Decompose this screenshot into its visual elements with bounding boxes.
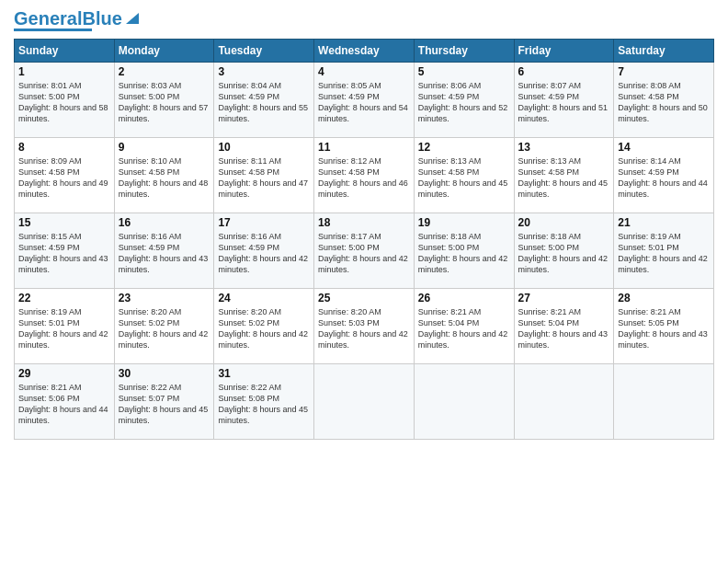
calendar-cell: [414, 364, 514, 440]
day-number: 30: [119, 367, 210, 380]
calendar-table: SundayMondayTuesdayWednesdayThursdayFrid…: [14, 39, 714, 440]
cell-text: Sunrise: 8:17 AMSunset: 5:00 PMDaylight:…: [318, 232, 408, 274]
day-number: 5: [418, 65, 510, 78]
day-number: 6: [518, 65, 610, 78]
weekday-header-friday: Friday: [514, 40, 614, 63]
calendar-cell: 24Sunrise: 8:20 AMSunset: 5:02 PMDayligh…: [214, 289, 314, 364]
cell-text: Sunrise: 8:22 AMSunset: 5:07 PMDaylight:…: [119, 383, 209, 425]
calendar-cell: 31Sunrise: 8:22 AMSunset: 5:08 PMDayligh…: [214, 364, 314, 440]
cell-text: Sunrise: 8:09 AMSunset: 4:58 PMDaylight:…: [18, 156, 108, 199]
calendar-header: SundayMondayTuesdayWednesdayThursdayFrid…: [15, 40, 714, 63]
calendar-cell: 8Sunrise: 8:09 AMSunset: 4:58 PMDaylight…: [15, 138, 115, 213]
day-number: 7: [618, 65, 710, 78]
day-number: 16: [119, 216, 210, 229]
cell-text: Sunrise: 8:01 AMSunset: 5:00 PMDaylight:…: [18, 81, 108, 123]
day-number: 10: [218, 141, 310, 154]
calendar-cell: 27Sunrise: 8:21 AMSunset: 5:04 PMDayligh…: [514, 289, 614, 364]
day-number: 8: [18, 141, 110, 154]
calendar-cell: 7Sunrise: 8:08 AMSunset: 4:58 PMDaylight…: [614, 63, 714, 138]
day-number: 15: [18, 216, 110, 229]
calendar-cell: 14Sunrise: 8:14 AMSunset: 4:59 PMDayligh…: [614, 138, 714, 213]
day-number: 27: [518, 292, 610, 304]
calendar-cell: 20Sunrise: 8:18 AMSunset: 5:00 PMDayligh…: [514, 213, 614, 289]
calendar-cell: 6Sunrise: 8:07 AMSunset: 4:59 PMDaylight…: [514, 63, 614, 138]
cell-text: Sunrise: 8:20 AMSunset: 5:02 PMDaylight:…: [119, 307, 209, 350]
weekday-row: SundayMondayTuesdayWednesdayThursdayFrid…: [15, 40, 714, 63]
cell-text: Sunrise: 8:03 AMSunset: 5:00 PMDaylight:…: [119, 81, 209, 123]
weekday-header-sunday: Sunday: [15, 40, 115, 63]
cell-text: Sunrise: 8:14 AMSunset: 4:59 PMDaylight:…: [618, 156, 708, 199]
svg-marker-0: [126, 13, 139, 24]
cell-text: Sunrise: 8:15 AMSunset: 4:59 PMDaylight:…: [18, 232, 108, 274]
day-number: 18: [318, 216, 410, 229]
calendar-week-2: 8Sunrise: 8:09 AMSunset: 4:58 PMDaylight…: [15, 138, 714, 213]
day-number: 22: [18, 292, 110, 304]
page: GeneralBlue SundayMondayTuesdayWednesday…: [0, 0, 728, 563]
cell-text: Sunrise: 8:04 AMSunset: 4:59 PMDaylight:…: [218, 81, 308, 123]
day-number: 9: [119, 141, 210, 154]
logo-underline: [14, 29, 92, 31]
logo-text: GeneralBlue: [14, 9, 122, 28]
calendar-cell: 19Sunrise: 8:18 AMSunset: 5:00 PMDayligh…: [414, 213, 514, 289]
day-number: 28: [618, 292, 710, 304]
calendar-cell: 23Sunrise: 8:20 AMSunset: 5:02 PMDayligh…: [114, 289, 214, 364]
cell-text: Sunrise: 8:22 AMSunset: 5:08 PMDaylight:…: [218, 383, 308, 425]
day-number: 13: [518, 141, 610, 154]
day-number: 31: [218, 367, 310, 380]
weekday-header-monday: Monday: [114, 40, 214, 63]
calendar-cell: 12Sunrise: 8:13 AMSunset: 4:58 PMDayligh…: [414, 138, 514, 213]
calendar-cell: 18Sunrise: 8:17 AMSunset: 5:00 PMDayligh…: [314, 213, 415, 289]
calendar-cell: 4Sunrise: 8:05 AMSunset: 4:59 PMDaylight…: [314, 63, 415, 138]
cell-text: Sunrise: 8:20 AMSunset: 5:03 PMDaylight:…: [318, 307, 408, 350]
calendar-cell: 2Sunrise: 8:03 AMSunset: 5:00 PMDaylight…: [114, 63, 214, 138]
calendar-week-3: 15Sunrise: 8:15 AMSunset: 4:59 PMDayligh…: [15, 213, 714, 289]
cell-text: Sunrise: 8:10 AMSunset: 4:58 PMDaylight:…: [119, 156, 209, 199]
calendar-cell: 15Sunrise: 8:15 AMSunset: 4:59 PMDayligh…: [15, 213, 115, 289]
calendar-cell: 22Sunrise: 8:19 AMSunset: 5:01 PMDayligh…: [15, 289, 115, 364]
cell-text: Sunrise: 8:16 AMSunset: 4:59 PMDaylight:…: [119, 232, 209, 274]
day-number: 12: [418, 141, 510, 154]
cell-text: Sunrise: 8:21 AMSunset: 5:04 PMDaylight:…: [418, 307, 508, 350]
logo-icon: [124, 9, 141, 26]
logo: GeneralBlue: [14, 9, 141, 31]
day-number: 23: [119, 292, 210, 304]
calendar-cell: 3Sunrise: 8:04 AMSunset: 4:59 PMDaylight…: [214, 63, 314, 138]
day-number: 29: [18, 367, 110, 380]
cell-text: Sunrise: 8:19 AMSunset: 5:01 PMDaylight:…: [618, 232, 708, 274]
cell-text: Sunrise: 8:18 AMSunset: 5:00 PMDaylight:…: [518, 232, 609, 274]
calendar-week-5: 29Sunrise: 8:21 AMSunset: 5:06 PMDayligh…: [15, 364, 714, 440]
day-number: 25: [318, 292, 410, 304]
calendar-cell: 11Sunrise: 8:12 AMSunset: 4:58 PMDayligh…: [314, 138, 415, 213]
weekday-header-tuesday: Tuesday: [214, 40, 314, 63]
calendar-week-1: 1Sunrise: 8:01 AMSunset: 5:00 PMDaylight…: [15, 63, 714, 138]
calendar-cell: 9Sunrise: 8:10 AMSunset: 4:58 PMDaylight…: [114, 138, 214, 213]
cell-text: Sunrise: 8:20 AMSunset: 5:02 PMDaylight:…: [218, 307, 308, 350]
day-number: 20: [518, 216, 610, 229]
day-number: 11: [318, 141, 410, 154]
calendar-cell: [314, 364, 415, 440]
cell-text: Sunrise: 8:12 AMSunset: 4:58 PMDaylight:…: [318, 156, 408, 199]
calendar-cell: [614, 364, 714, 440]
day-number: 14: [618, 141, 710, 154]
calendar-cell: 5Sunrise: 8:06 AMSunset: 4:59 PMDaylight…: [414, 63, 514, 138]
weekday-header-wednesday: Wednesday: [314, 40, 415, 63]
cell-text: Sunrise: 8:11 AMSunset: 4:58 PMDaylight:…: [218, 156, 308, 199]
calendar-cell: 17Sunrise: 8:16 AMSunset: 4:59 PMDayligh…: [214, 213, 314, 289]
cell-text: Sunrise: 8:07 AMSunset: 4:59 PMDaylight:…: [518, 81, 609, 123]
cell-text: Sunrise: 8:05 AMSunset: 4:59 PMDaylight:…: [318, 81, 408, 123]
calendar-cell: 29Sunrise: 8:21 AMSunset: 5:06 PMDayligh…: [15, 364, 115, 440]
header: GeneralBlue: [14, 9, 714, 31]
cell-text: Sunrise: 8:06 AMSunset: 4:59 PMDaylight:…: [418, 81, 508, 123]
day-number: 26: [418, 292, 510, 304]
day-number: 17: [218, 216, 310, 229]
cell-text: Sunrise: 8:21 AMSunset: 5:05 PMDaylight:…: [618, 307, 708, 350]
calendar-cell: 1Sunrise: 8:01 AMSunset: 5:00 PMDaylight…: [15, 63, 115, 138]
calendar-cell: 16Sunrise: 8:16 AMSunset: 4:59 PMDayligh…: [114, 213, 214, 289]
cell-text: Sunrise: 8:18 AMSunset: 5:00 PMDaylight:…: [418, 232, 508, 274]
cell-text: Sunrise: 8:13 AMSunset: 4:58 PMDaylight:…: [518, 156, 609, 199]
cell-text: Sunrise: 8:08 AMSunset: 4:58 PMDaylight:…: [618, 81, 708, 123]
calendar-cell: 10Sunrise: 8:11 AMSunset: 4:58 PMDayligh…: [214, 138, 314, 213]
cell-text: Sunrise: 8:21 AMSunset: 5:04 PMDaylight:…: [518, 307, 609, 350]
calendar-cell: 30Sunrise: 8:22 AMSunset: 5:07 PMDayligh…: [114, 364, 214, 440]
calendar-cell: 28Sunrise: 8:21 AMSunset: 5:05 PMDayligh…: [614, 289, 714, 364]
